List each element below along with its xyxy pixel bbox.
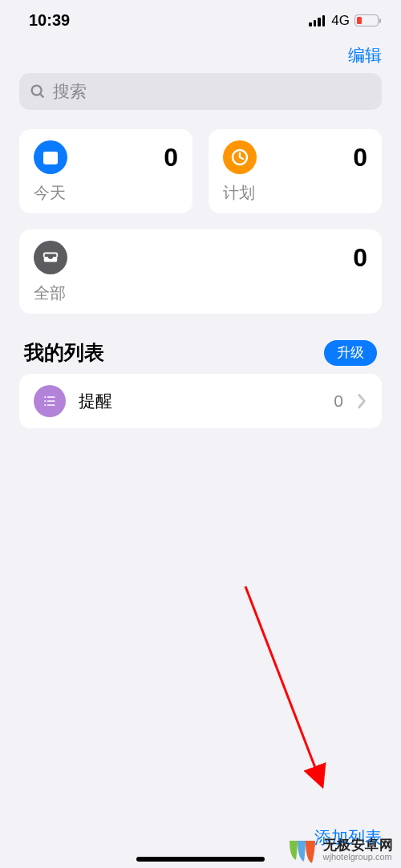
chevron-right-icon <box>356 393 367 409</box>
watermark-title: 无极安卓网 <box>323 838 394 853</box>
card-scheduled[interactable]: 0 计划 <box>209 129 382 213</box>
search-icon <box>29 83 47 100</box>
list-item-count: 0 <box>334 391 343 411</box>
search-input[interactable]: 搜索 <box>19 73 382 110</box>
edit-button[interactable]: 编辑 <box>348 44 382 67</box>
svg-point-5 <box>44 396 46 398</box>
signal-icon <box>309 15 325 26</box>
svg-point-0 <box>32 86 42 95</box>
svg-rect-3 <box>43 152 58 156</box>
all-label: 全部 <box>34 282 367 304</box>
svg-line-1 <box>40 94 43 97</box>
card-today[interactable]: 0 今天 <box>19 129 192 213</box>
svg-point-7 <box>44 400 46 402</box>
battery-icon <box>354 14 379 26</box>
watermark: 无极安卓网 wjhotelgroup.com <box>283 833 397 868</box>
scheduled-label: 计划 <box>223 182 367 204</box>
inbox-icon <box>34 241 67 274</box>
list-item[interactable]: 提醒 0 <box>19 374 382 428</box>
watermark-logo-icon <box>286 834 318 866</box>
scheduled-count: 0 <box>353 143 367 172</box>
calendar-icon <box>34 140 67 174</box>
section-title: 我的列表 <box>24 339 104 366</box>
watermark-sub: wjhotelgroup.com <box>323 853 394 862</box>
status-bar: 10:39 4G <box>0 0 401 36</box>
status-right: 4G <box>309 13 379 29</box>
card-all[interactable]: 0 全部 <box>19 229 382 314</box>
search-placeholder: 搜索 <box>53 80 87 103</box>
svg-line-11 <box>245 586 321 782</box>
nav-bar: 编辑 <box>0 36 401 73</box>
home-indicator <box>136 857 265 862</box>
clock-icon <box>223 140 257 174</box>
svg-point-9 <box>44 404 46 406</box>
lists-container: 提醒 0 <box>19 374 382 428</box>
list-item-title: 提醒 <box>79 390 321 412</box>
today-label: 今天 <box>34 182 178 204</box>
all-count: 0 <box>353 243 367 273</box>
status-time: 10:39 <box>29 11 70 30</box>
today-count: 0 <box>164 143 178 172</box>
list-bullet-icon <box>34 385 66 417</box>
upgrade-button[interactable]: 升级 <box>324 340 377 366</box>
network-label: 4G <box>331 13 350 29</box>
